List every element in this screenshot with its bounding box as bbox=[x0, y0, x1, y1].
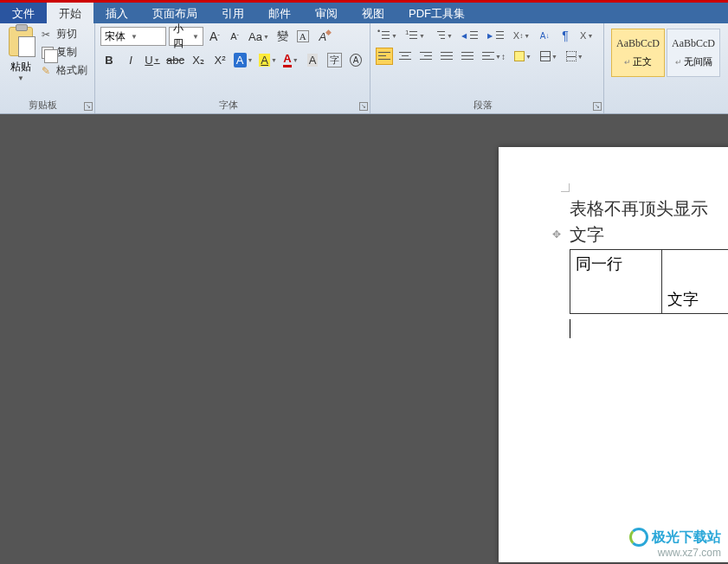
show-marks-button[interactable]: ¶ bbox=[557, 27, 574, 44]
multilevel-list-button[interactable]: ▼ bbox=[431, 27, 455, 44]
document-line[interactable]: 文字 bbox=[570, 221, 728, 247]
table-anchor-icon[interactable]: ✥ bbox=[552, 228, 561, 240]
text-direction-button[interactable]: X↕▼ bbox=[511, 27, 532, 44]
clipboard-dialog-launcher[interactable]: ↘ bbox=[84, 102, 93, 111]
align-center-button[interactable] bbox=[396, 48, 414, 65]
number-list-icon bbox=[406, 30, 418, 41]
indent-left-icon bbox=[467, 30, 479, 41]
line-spacing-button[interactable]: ▼ bbox=[480, 48, 508, 65]
grow-font-button[interactable]: Aˆ bbox=[206, 28, 223, 45]
asian-layout-button[interactable]: X▼ bbox=[577, 27, 596, 44]
text-effects-button[interactable]: A▼ bbox=[233, 51, 254, 68]
document-line[interactable]: 表格不再顶头显示 bbox=[570, 195, 728, 221]
superscript-button[interactable]: X² bbox=[211, 51, 229, 68]
copy-button[interactable]: 复制 bbox=[42, 45, 87, 60]
tab-file[interactable]: 文件 bbox=[0, 3, 47, 23]
border-icon bbox=[540, 51, 551, 61]
scissors-icon: ✂ bbox=[42, 29, 54, 41]
justify-button[interactable] bbox=[438, 48, 455, 65]
watermark: 极光下载站 www.xz7.com bbox=[629, 528, 721, 559]
tab-insert[interactable]: 插入 bbox=[93, 3, 140, 23]
multilevel-list-icon bbox=[434, 30, 446, 41]
style-nospacing[interactable]: AaBbCcD ↵无间隔 bbox=[667, 29, 720, 77]
font-size-combo[interactable]: 小四▼ bbox=[169, 27, 203, 46]
document-table[interactable]: 同一行 文字 bbox=[570, 249, 728, 314]
align-left-button[interactable] bbox=[376, 48, 393, 65]
cut-button[interactable]: ✂剪切 bbox=[42, 27, 87, 42]
sort-button[interactable]: A↓ bbox=[536, 27, 553, 44]
table-cell[interactable]: 同一行 bbox=[570, 250, 662, 314]
text-cursor-icon bbox=[570, 319, 570, 338]
bullet-list-icon bbox=[378, 30, 390, 41]
margin-corner-icon bbox=[561, 183, 570, 192]
subscript-button[interactable]: X₂ bbox=[190, 51, 207, 68]
paste-label: 粘贴 bbox=[10, 60, 31, 74]
increase-indent-button[interactable] bbox=[485, 27, 507, 44]
style-normal[interactable]: AaBbCcD ↵正文 bbox=[611, 29, 665, 77]
justify-icon bbox=[441, 51, 453, 61]
shrink-font-button[interactable]: Aˇ bbox=[226, 28, 243, 45]
tab-pdf-tools[interactable]: PDF工具集 bbox=[396, 3, 477, 23]
bold-button[interactable]: B bbox=[100, 51, 118, 68]
distributed-button[interactable] bbox=[459, 48, 476, 65]
tab-review[interactable]: 审阅 bbox=[303, 3, 350, 23]
paragraph-group-label: 段落 bbox=[370, 98, 595, 112]
watermark-url: www.xz7.com bbox=[629, 547, 721, 559]
align-left-icon bbox=[378, 51, 390, 61]
style-name: ↵正文 bbox=[624, 55, 652, 68]
borders-button[interactable]: ▼ bbox=[538, 48, 560, 65]
character-shading-button[interactable]: A bbox=[304, 51, 321, 68]
decrease-indent-button[interactable] bbox=[459, 27, 481, 44]
chevron-down-icon: ▼ bbox=[192, 33, 199, 41]
clear-formatting-button[interactable]: A◆ bbox=[314, 28, 332, 45]
paste-icon bbox=[9, 27, 33, 56]
font-color-button[interactable]: A▼ bbox=[282, 51, 300, 68]
document-page[interactable]: ✥ 表格不再顶头显示 文字 同一行 文字 bbox=[499, 147, 728, 562]
chevron-down-icon: ▼ bbox=[131, 33, 138, 41]
chevron-down-icon: ▼ bbox=[17, 74, 24, 82]
font-dialog-launcher[interactable]: ↘ bbox=[359, 102, 368, 111]
strikethrough-button[interactable]: abc bbox=[165, 51, 185, 68]
tab-mail[interactable]: 邮件 bbox=[256, 3, 303, 23]
circle-text-button[interactable]: A bbox=[347, 51, 364, 68]
tab-layout[interactable]: 页面布局 bbox=[140, 3, 209, 23]
brush-icon: ✎ bbox=[42, 65, 54, 77]
character-border-button[interactable]: 字 bbox=[325, 51, 343, 68]
bullets-button[interactable]: ▼ bbox=[376, 27, 400, 44]
style-preview: AaBbCcD bbox=[672, 37, 715, 50]
tabs-icon bbox=[566, 51, 577, 61]
ribbon: 粘贴 ▼ ✂剪切 复制 ✎格式刷 剪贴板 ↘ 宋体▼ 小四▼ Aˆ Aˇ Aa▼… bbox=[0, 23, 728, 114]
shading-button[interactable]: ▼ bbox=[512, 48, 534, 65]
tab-view[interactable]: 视图 bbox=[350, 3, 396, 23]
shading-icon bbox=[514, 51, 525, 61]
menu-tabs: 文件 开始 插入 页面布局 引用 邮件 审阅 视图 PDF工具集 bbox=[0, 3, 728, 23]
copy-label: 复制 bbox=[56, 45, 77, 60]
highlight-button[interactable]: A▼ bbox=[258, 51, 278, 68]
align-right-button[interactable] bbox=[417, 48, 435, 65]
underline-button[interactable]: U▼ bbox=[144, 51, 161, 68]
paragraph-dialog-launcher[interactable]: ↘ bbox=[593, 102, 602, 111]
watermark-name: 极光下载站 bbox=[652, 529, 721, 547]
distributed-icon bbox=[461, 51, 474, 61]
clipboard-group-label: 剪贴板 bbox=[0, 98, 86, 112]
font-name-value: 宋体 bbox=[105, 29, 126, 44]
phonetic-guide-button[interactable]: 變 bbox=[274, 28, 292, 45]
table-row: 同一行 文字 bbox=[570, 250, 729, 314]
format-painter-button[interactable]: ✎格式刷 bbox=[42, 63, 87, 78]
logo-icon bbox=[629, 528, 648, 547]
font-size-value: 小四 bbox=[173, 22, 187, 51]
table-cell[interactable]: 文字 bbox=[662, 250, 729, 314]
tabs-button[interactable]: ▼ bbox=[564, 48, 586, 65]
copy-icon bbox=[42, 47, 54, 59]
italic-button[interactable]: I bbox=[122, 51, 139, 68]
font-name-combo[interactable]: 宋体▼ bbox=[100, 27, 166, 46]
style-preview: AaBbCcD bbox=[616, 37, 660, 50]
line-spacing-icon bbox=[482, 51, 494, 61]
tab-start[interactable]: 开始 bbox=[47, 3, 93, 23]
enclose-characters-button[interactable]: A bbox=[294, 28, 312, 45]
tab-references[interactable]: 引用 bbox=[209, 3, 256, 23]
align-center-icon bbox=[399, 51, 411, 61]
align-right-icon bbox=[420, 51, 432, 61]
change-case-button[interactable]: Aa▼ bbox=[246, 28, 272, 45]
numbering-button[interactable]: ▼ bbox=[403, 27, 428, 44]
